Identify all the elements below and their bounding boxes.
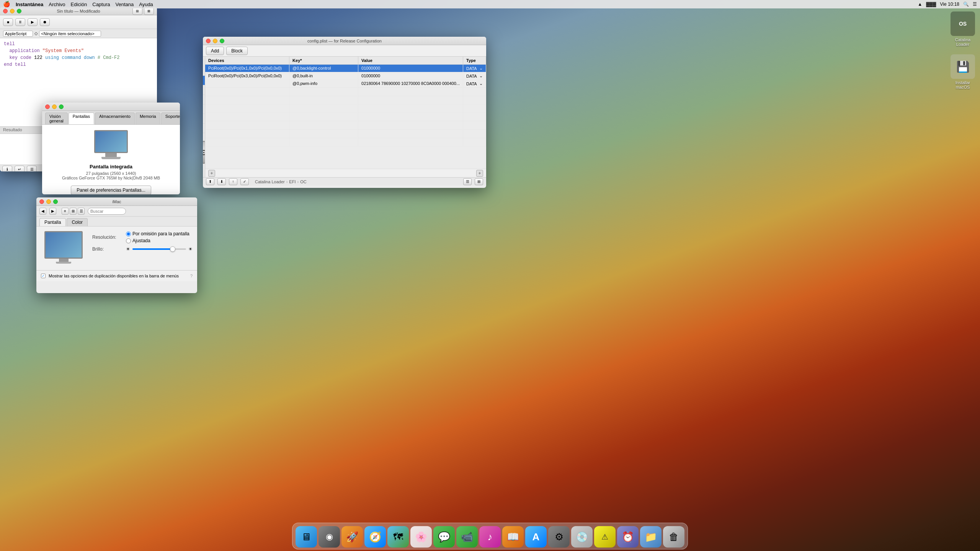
pause-btn[interactable]: ⏸ [15,18,25,26]
stop-btn[interactable]: ■ [3,18,13,26]
info-btn[interactable]: ℹ [2,166,12,172]
apple-menu[interactable]: 🍎 [3,1,10,8]
config-min[interactable] [213,39,217,43]
display-prefs-close[interactable] [39,199,44,204]
nav-view-btn-2[interactable]: ⊞ [70,208,77,215]
maximize-button[interactable] [17,9,21,13]
table-row-empty-6[interactable] [205,130,486,138]
table-row-empty-4[interactable] [205,113,486,121]
resolution-default[interactable]: Por omisión para la pantalla [126,231,189,236]
row0-value: 01000000 [358,65,463,72]
table-row-2[interactable]: @0,pwm-info 02180064 78690000 10270000 8… [205,80,486,88]
table-row-empty-5[interactable] [205,121,486,130]
notification-icon[interactable]: ☰ [973,2,977,7]
tab-vision-general[interactable]: Visión general [45,112,68,124]
nav-view-btn-1[interactable]: ≡ [62,208,69,215]
row0-devices: PciRoot(0x0)/Pci(0x1,0x0)/Pci(0x0,0x0) [205,65,289,72]
search-icon[interactable]: 🔍 [963,2,969,7]
display-prefs-max[interactable] [53,199,58,204]
tab-almacenamiento[interactable]: Almacenamiento [95,112,135,124]
table-row-1[interactable]: PciRoot(0x0)/Pci(0x3,0x0)/Pci(0x0,0x0) @… [205,72,486,80]
menubar-ayuda[interactable]: Ayuda [139,2,153,7]
table-row-0[interactable]: PciRoot(0x0)/Pci(0x1,0x0)/Pci(0x0,0x0) @… [205,65,486,72]
dock-item-photos[interactable]: 🌸 [410,526,432,548]
minimize-button[interactable] [10,9,15,13]
tab-soporte[interactable]: Soporte [161,112,180,124]
nav-back-btn[interactable]: ◀ [39,208,46,215]
sysinfo-close[interactable] [45,104,50,109]
close-button[interactable] [3,9,8,13]
list-btn[interactable]: ☰ [27,166,37,172]
dock-item-folder[interactable]: 📁 [640,526,662,548]
table-row-empty-1[interactable] [205,88,486,96]
share-btn[interactable]: ↑ [229,178,237,185]
reply-btn[interactable]: ↵ [15,166,24,172]
dock-item-sysprefs[interactable]: ⚙ [548,526,570,548]
wifi-icon[interactable]: ▲ [918,2,922,7]
block-button[interactable]: Block [226,47,247,55]
dock-item-time-machine[interactable]: ⏰ [617,526,639,548]
display-prefs-min[interactable] [46,199,51,204]
tab-color[interactable]: Color [67,218,88,226]
config-close[interactable] [206,39,211,43]
table-row-empty-2[interactable] [205,96,486,104]
list-view-btn[interactable]: ☰ [463,178,472,185]
radio-default[interactable] [126,231,131,236]
brightness-slider-thumb[interactable] [170,246,175,252]
dock-item-disk-utility[interactable]: 💿 [571,526,593,548]
dock-item-facetime[interactable]: 📹 [456,526,478,548]
sysinfo-max[interactable] [59,104,64,109]
resolution-adjusted[interactable]: Ajustada [126,238,189,243]
table-row-empty-3[interactable] [205,104,486,113]
tab-pantalla[interactable]: Pantalla [39,218,66,226]
add-col-btn[interactable]: + [476,170,483,177]
language-selector[interactable]: AppleScript [3,31,33,37]
menubar-app-name[interactable]: Instantánea [16,2,43,7]
menubar-captura[interactable]: Captura [92,2,110,7]
desktop-icon-os[interactable]: OS Catalina Loader [949,11,976,47]
tab-pantallas[interactable]: Pantallas [69,112,94,124]
nav-view-btn-3[interactable]: ☰ [78,208,85,215]
tab-memoria[interactable]: Memoria [136,112,160,124]
dock-item-safari[interactable]: 🧭 [364,526,386,548]
dock-item-siri[interactable]: ◉ [318,526,340,548]
dock-item-books[interactable]: 📖 [502,526,524,548]
brightness-slider-track[interactable] [132,248,186,250]
menubar-ventana[interactable]: Ventana [116,2,134,7]
desktop-icon-install[interactable]: 💾 Installar macOS [949,54,976,90]
config-table-body: PciRoot(0x0)/Pci(0x1,0x0)/Pci(0x0,0x0) @… [205,65,486,169]
dock-item-maps[interactable]: 🗺 [387,526,409,548]
record-btn[interactable]: ⏺ [40,18,50,26]
dock-item-messages[interactable]: 💬 [433,526,455,548]
add-button[interactable]: Add [206,47,224,55]
add-row-btn[interactable]: + [208,170,215,177]
check-btn[interactable]: ✓ [240,178,249,185]
item-selector[interactable]: <Ningún ítem seleccionado> [39,31,101,37]
dock-item-finder[interactable]: 🖥 [296,526,317,548]
menubar-archivo[interactable]: Archivo [49,2,65,7]
config-max[interactable] [220,39,224,43]
help-icon[interactable]: ? [190,274,193,278]
battery-icon: ▓▓▓ [926,2,936,7]
menubar-edicion[interactable]: Edición [71,2,87,7]
grid-view-btn[interactable]: ⊞ [475,178,483,185]
radio-adjusted[interactable] [126,238,131,243]
nav-forward-btn[interactable]: ▶ [49,208,56,215]
run-btn[interactable]: ▶ [28,18,38,26]
dock-item-appstore[interactable]: A [525,526,547,548]
tell-keyword: tell [4,41,15,47]
table-row-empty-7[interactable] [205,138,486,147]
import-btn[interactable]: ⬇ [217,178,226,185]
row2-key: @0,pwm-info [289,80,358,87]
panel-prefs-btn[interactable]: Panel de preferencias Pantallas... [71,186,151,194]
dock-item-console[interactable]: ⚠ [594,526,616,548]
search-input[interactable] [88,208,126,215]
table-add-row-bar: + + [205,169,486,177]
dock-item-itunes[interactable]: ♪ [479,526,501,548]
sysinfo-min[interactable] [52,104,57,109]
dock-item-launchpad[interactable]: 🚀 [341,526,363,548]
duplicate-checkbox[interactable] [41,274,46,278]
dock-item-trash[interactable]: 🗑 [663,526,684,548]
export-btn[interactable]: ⬆ [206,178,214,185]
books-icon: 📖 [507,531,519,543]
